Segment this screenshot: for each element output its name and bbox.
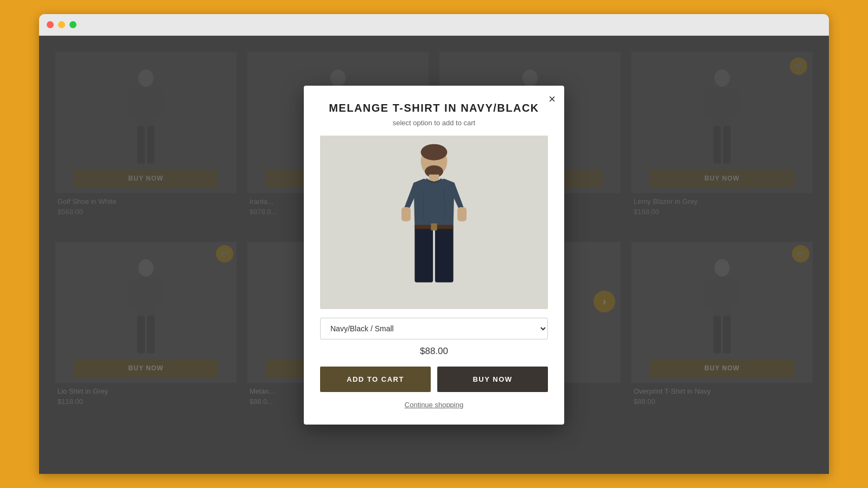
browser-dot-green[interactable] (69, 21, 76, 28)
modal-subtitle: select option to add to cart (320, 119, 548, 127)
modal-title: MELANGE T-SHIRT IN NAVY/BLACK (320, 102, 548, 114)
modal-product-image (320, 136, 548, 309)
modal-action-buttons: ADD TO CART BUY NOW (320, 367, 548, 392)
browser-dot-yellow[interactable] (58, 21, 65, 28)
browser-dot-red[interactable] (47, 21, 54, 28)
add-to-cart-button[interactable]: ADD TO CART (320, 367, 431, 392)
svg-rect-55 (435, 226, 454, 282)
browser-titlebar (39, 14, 829, 36)
svg-rect-57 (431, 223, 437, 230)
svg-rect-52 (401, 207, 411, 221)
modal-continue-shopping: Continue shopping (320, 400, 548, 409)
buy-now-button[interactable]: BUY NOW (437, 367, 548, 392)
svg-rect-53 (457, 207, 467, 221)
modal-price: $88.00 (320, 346, 548, 357)
modal-overlay: × MELANGE T-SHIRT IN NAVY/BLACK select o… (39, 36, 829, 474)
browser-content: BUY NOW Golf Shoe in White $568.00 (39, 36, 829, 474)
variant-select[interactable]: Navy/Black / Small Navy/Black / Medium N… (320, 318, 548, 339)
product-modal: × MELANGE T-SHIRT IN NAVY/BLACK select o… (304, 86, 564, 425)
continue-shopping-link[interactable]: Continue shopping (405, 401, 463, 409)
svg-rect-54 (414, 226, 433, 282)
svg-point-49 (421, 144, 448, 160)
modal-close-button[interactable]: × (548, 93, 556, 105)
